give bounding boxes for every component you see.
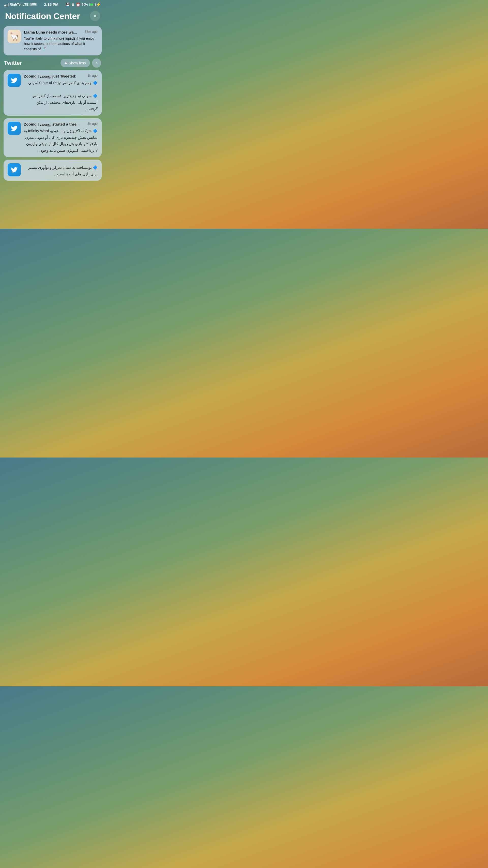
vpn-badge: VPN: [29, 3, 37, 6]
twitter-card-2-text: Zoomg | زومجی started a thre... 3h ago 🔷…: [24, 122, 98, 154]
twitter-card-1[interactable]: Zoomg | زومجی just Tweeted: 1h ago 🔷 جمع…: [4, 70, 102, 116]
tweet-2-body: 🔷 شرکت اکتیویژن و استودیو Infinity Ward …: [24, 128, 98, 154]
twitter-close-button[interactable]: ×: [92, 58, 101, 68]
tweet-2-title: Zoomg | زومجی started a thre...: [24, 122, 85, 127]
tweet-1-title-row: Zoomg | زومجی just Tweeted: 1h ago: [24, 74, 98, 79]
twitter-card-2[interactable]: Zoomg | زومجی started a thre... 3h ago 🔷…: [4, 118, 102, 157]
llama-time: 58m ago: [85, 30, 98, 34]
tweet-1-time: 1h ago: [87, 74, 98, 78]
tweet-1-body: 🔷 جمع بندی کنفرانس State of Play سونی 🔷 …: [24, 80, 98, 112]
twitter-controls: Show less ×: [60, 58, 101, 68]
twitter-card-2-content: Zoomg | زومجی started a thre... 3h ago 🔷…: [8, 122, 98, 154]
tweet-2-time: 3h ago: [87, 122, 98, 126]
network-type: LTE: [23, 3, 29, 6]
battery-percent: 60%: [82, 3, 88, 6]
header: Notification Center ×: [0, 8, 105, 26]
twitter-card-3-text: 🔷 یوبیسافت به دنبال تمرکز و نوآوری بیشتر…: [24, 163, 98, 177]
notification-header: 🦙 Llama Luna needs more wa... 58m ago Yo…: [8, 30, 98, 52]
battery-indicator: ⚡: [89, 2, 101, 7]
signal-bar-4: [8, 3, 9, 6]
twitter-card-1-content: Zoomg | زومجی just Tweeted: 1h ago 🔷 جمع…: [8, 74, 98, 112]
llama-body: You're likely to drink more liquids if y…: [24, 36, 98, 52]
signal-bar-2: [5, 5, 6, 6]
status-bar: RighTel LTE VPN 2:15 PM 💾 ⊕ ⏰ 60% ⚡: [0, 0, 105, 8]
page-title: Notification Center: [5, 11, 80, 21]
signal-bars: [4, 3, 9, 6]
signal-bar-3: [7, 4, 7, 6]
close-button[interactable]: ×: [90, 11, 100, 21]
storage-icon: 💾: [66, 3, 70, 7]
tweet-2-title-row: Zoomg | زومجی started a thre... 3h ago: [24, 122, 98, 127]
llama-icon-symbol: 🦙: [9, 32, 19, 41]
show-less-button[interactable]: Show less: [60, 59, 90, 67]
title-row: Llama Luna needs more wa... 58m ago: [24, 30, 98, 35]
llama-title: Llama Luna needs more wa...: [24, 30, 83, 35]
time-display: 2:15 PM: [44, 2, 58, 7]
twitter-card-3[interactable]: 🔷 یوبیسافت به دنبال تمرکز و نوآوری بیشتر…: [4, 160, 102, 181]
tweet-1-title: Zoomg | زومجی just Tweeted:: [24, 74, 85, 79]
twitter-app-icon-3: [8, 163, 21, 176]
llama-app-icon: 🦙: [8, 30, 21, 43]
twitter-app-icon-1: [8, 74, 21, 87]
show-less-label: Show less: [69, 61, 86, 65]
twitter-app-icon-2: [8, 122, 21, 135]
twitter-card-1-text: Zoomg | زومجی just Tweeted: 1h ago 🔷 جمع…: [24, 74, 98, 112]
status-left: RighTel LTE VPN: [4, 3, 37, 6]
twitter-label: Twitter: [4, 60, 22, 66]
signal-bar-1: [4, 5, 5, 6]
location-icon: ⊕: [71, 3, 74, 7]
llama-notification-content: Llama Luna needs more wa... 58m ago You'…: [24, 30, 98, 52]
twitter-card-3-content: 🔷 یوبیسافت به دنبال تمرکز و نوآوری بیشتر…: [8, 163, 98, 177]
status-right: 💾 ⊕ ⏰ 60% ⚡: [66, 2, 101, 7]
llama-notification-card[interactable]: 🦙 Llama Luna needs more wa... 58m ago Yo…: [4, 26, 102, 55]
carrier-name: RighTel: [10, 3, 22, 6]
twitter-section-header: Twitter Show less ×: [4, 58, 102, 68]
tweet-3-body: 🔷 یوبیسافت به دنبال تمرکز و نوآوری بیشتر…: [24, 164, 98, 177]
alarm-icon: ⏰: [76, 3, 80, 7]
twitter-section: Twitter Show less × Zoomg | زومجی just T…: [4, 58, 102, 181]
chevron-up-icon: [65, 62, 67, 64]
